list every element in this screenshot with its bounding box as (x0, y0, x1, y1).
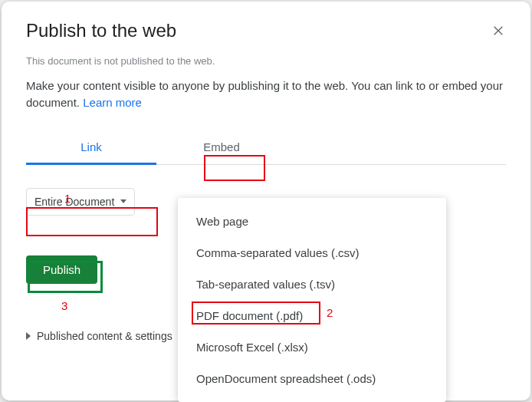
menu-item-webpage[interactable]: Web page (178, 206, 446, 237)
menu-item-ods[interactable]: OpenDocument spreadsheet (.ods) (178, 363, 446, 394)
published-content-label: Published content & settings (37, 330, 172, 342)
publish-button[interactable]: Publish (26, 255, 97, 284)
learn-more-link[interactable]: Learn more (83, 96, 142, 109)
sheet-select-value: Entire Document (34, 196, 114, 208)
menu-item-xlsx[interactable]: Microsoft Excel (.xlsx) (178, 331, 446, 363)
tab-link[interactable]: Link (26, 133, 156, 165)
format-dropdown: Web page Comma-separated values (.csv) T… (178, 198, 446, 402)
publish-dialog: Publish to the web This document is not … (2, 2, 530, 400)
annotation-label-3: 3 (61, 299, 67, 312)
tabs: Link Embed (26, 133, 506, 165)
dialog-header: Publish to the web (26, 20, 506, 41)
chevron-down-icon (120, 199, 126, 203)
publish-status: This document is not published to the we… (26, 55, 506, 67)
sheet-select[interactable]: Entire Document (26, 188, 135, 216)
menu-item-pdf[interactable]: PDF document (.pdf) (178, 300, 446, 331)
caret-right-icon (26, 332, 31, 340)
menu-item-tsv[interactable]: Tab-separated values (.tsv) (178, 269, 446, 300)
menu-item-csv[interactable]: Comma-separated values (.csv) (178, 237, 446, 269)
dialog-title: Publish to the web (26, 20, 176, 41)
dialog-description: Make your content visible to anyone by p… (26, 77, 506, 111)
tab-embed[interactable]: Embed (156, 133, 287, 164)
close-icon[interactable] (491, 23, 506, 38)
